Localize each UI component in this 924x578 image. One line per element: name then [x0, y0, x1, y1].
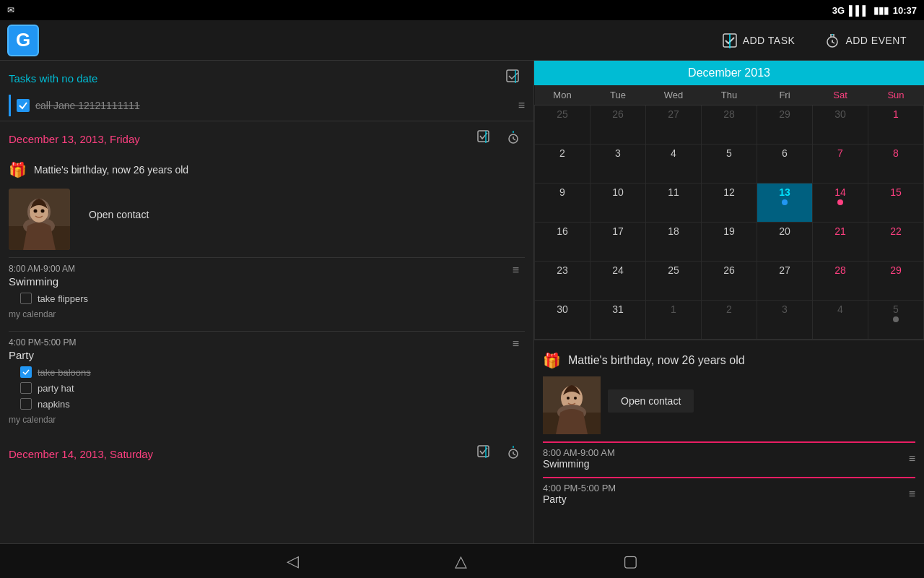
detail-event-menu-1[interactable]: ≡ — [909, 452, 915, 465]
party-calendar-label: my calendar — [9, 412, 525, 431]
cal-day-1-6[interactable]: 8 — [868, 144, 924, 184]
cal-day-5-2[interactable]: 1 — [646, 301, 702, 340]
add-task-day-button[interactable] — [473, 129, 496, 150]
task-item[interactable]: call Jane 12121111111 ≡ — [9, 95, 525, 116]
cal-day-1-3[interactable]: 5 — [702, 144, 757, 184]
task-checkbox-3[interactable] — [20, 398, 32, 410]
cal-day-0-1[interactable]: 26 — [590, 105, 646, 144]
add-event-day-button[interactable] — [502, 129, 525, 150]
open-contact-button[interactable]: Open contact — [77, 203, 160, 226]
cal-day-2-4[interactable]: 13 — [757, 184, 813, 223]
cal-day-0-4[interactable]: 29 — [757, 105, 813, 144]
app-logo[interactable]: G — [7, 25, 39, 56]
cal-day-1-0[interactable]: 2 — [535, 144, 590, 184]
status-bar: ✉ 3G ▌▌▌ ▮▮▮ 10:37 — [0, 0, 924, 20]
calendar-week-0: 2526272829301 — [535, 105, 924, 144]
svg-point-24 — [41, 210, 45, 213]
svg-rect-11 — [478, 131, 489, 142]
cal-day-4-1[interactable]: 24 — [590, 262, 646, 301]
cal-day-3-5[interactable]: 21 — [813, 223, 868, 262]
cal-day-4-4[interactable]: 27 — [757, 262, 813, 301]
open-contact-right-button[interactable]: Open contact — [608, 389, 694, 413]
top-bar: G ADD TASK ADD EVENT — [0, 20, 924, 61]
party-menu-icon[interactable]: ≡ — [513, 337, 519, 350]
cal-day-3-0[interactable]: 16 — [535, 223, 590, 262]
calendar-header: December 2013 — [534, 61, 924, 85]
task-checkbox-empty[interactable] — [20, 293, 32, 304]
cal-day-2-1[interactable]: 10 — [590, 184, 646, 223]
home-button[interactable]: △ — [449, 546, 473, 577]
task-checkbox-checked[interactable] — [17, 99, 30, 112]
left-panel: Tasks with no date call Jane 12121111111… — [0, 61, 534, 543]
back-button[interactable]: ◁ — [281, 546, 305, 577]
task-menu-icon[interactable]: ≡ — [518, 99, 525, 112]
cal-day-3-4[interactable]: 20 — [757, 223, 813, 262]
date-section-header: December 13, 2013, Friday — [9, 129, 525, 150]
svg-line-29 — [513, 454, 515, 455]
task-text-swimming: take flippers — [38, 293, 88, 304]
event-content: 8:00 AM-9:00 AM Swimming take flippers — [9, 264, 88, 306]
contact-card: Open contact — [9, 184, 525, 257]
calendar-body: 2526272829301234567891011121314151617181… — [535, 105, 924, 340]
cal-day-3-2[interactable]: 18 — [646, 223, 702, 262]
detail-event-party-content: 4:00 PM-5:00 PM Party — [543, 483, 909, 505]
task-checkbox-done[interactable] — [20, 366, 32, 378]
task-row-2: party hat — [9, 380, 91, 396]
tasks-add-button[interactable] — [502, 68, 525, 89]
add-event-button[interactable]: ADD EVENT — [814, 26, 917, 55]
cal-day-0-0[interactable]: 25 — [535, 105, 590, 144]
task-row-3: napkins — [9, 396, 91, 412]
add-task-button[interactable]: ADD TASK — [711, 26, 806, 55]
cal-day-4-2[interactable]: 25 — [646, 262, 702, 301]
detail-event-time-1: 8:00 AM-9:00 AM — [543, 447, 909, 458]
cal-header-tue: Tue — [590, 85, 646, 105]
recents-button[interactable]: ▢ — [617, 546, 644, 577]
cal-dot-2-5 — [837, 199, 843, 205]
cal-header-thu: Thu — [702, 85, 757, 105]
detail-event-swimming-content: 8:00 AM-9:00 AM Swimming — [543, 447, 909, 470]
cal-day-2-0[interactable]: 9 — [535, 184, 590, 223]
cal-day-3-1[interactable]: 17 — [590, 223, 646, 262]
cal-day-4-5[interactable]: 28 — [813, 262, 868, 301]
detail-event-menu-2[interactable]: ≡ — [909, 488, 915, 501]
calendar-week-4: 23242526272829 — [535, 262, 924, 301]
detail-birthday-text: Mattie's birthday, now 26 years old — [568, 354, 745, 367]
cal-day-5-0[interactable]: 30 — [535, 301, 590, 340]
event-content-party: 4:00 PM-5:00 PM Party take baloons party… — [9, 337, 91, 412]
cal-day-2-3[interactable]: 12 — [702, 184, 757, 223]
task-text-2: party hat — [38, 383, 74, 394]
cal-day-5-6[interactable]: 5 — [868, 301, 924, 340]
cal-day-1-1[interactable]: 3 — [590, 144, 646, 184]
cal-day-1-2[interactable]: 4 — [646, 144, 702, 184]
detail-event-swimming[interactable]: 8:00 AM-9:00 AM Swimming ≡ — [543, 441, 915, 474]
cal-day-5-3[interactable]: 2 — [702, 301, 757, 340]
cal-day-0-2[interactable]: 27 — [646, 105, 702, 144]
cal-header-fri: Fri — [757, 85, 813, 105]
cal-day-2-2[interactable]: 11 — [646, 184, 702, 223]
detail-event-party[interactable]: 4:00 PM-5:00 PM Party ≡ — [543, 477, 915, 509]
cal-day-2-5[interactable]: 14 — [813, 184, 868, 223]
cal-day-5-5[interactable]: 4 — [813, 301, 868, 340]
birthday-item: 🎁 Mattie's birthday, now 26 years old — [9, 155, 525, 184]
cal-day-5-1[interactable]: 31 — [590, 301, 646, 340]
svg-rect-9 — [507, 70, 518, 82]
cal-day-0-3[interactable]: 28 — [702, 105, 757, 144]
cal-day-4-3[interactable]: 26 — [702, 262, 757, 301]
add-event-dec14-button[interactable] — [502, 444, 525, 465]
add-task-dec14-button[interactable] — [473, 444, 496, 465]
cal-day-2-6[interactable]: 15 — [868, 184, 924, 223]
task-text-3: napkins — [38, 399, 70, 410]
cal-day-4-6[interactable]: 29 — [868, 262, 924, 301]
cal-day-0-5[interactable]: 30 — [813, 105, 868, 144]
gift-icon-right: 🎁 — [543, 352, 561, 369]
task-checkbox-2[interactable] — [20, 382, 32, 394]
cal-day-3-6[interactable]: 22 — [868, 223, 924, 262]
cal-day-1-5[interactable]: 7 — [813, 144, 868, 184]
event-menu-icon[interactable]: ≡ — [513, 264, 519, 277]
cal-day-3-3[interactable]: 19 — [702, 223, 757, 262]
event-item-party: 4:00 PM-5:00 PM Party take baloons party… — [9, 331, 525, 436]
cal-day-1-4[interactable]: 6 — [757, 144, 813, 184]
cal-day-4-0[interactable]: 23 — [535, 262, 590, 301]
cal-day-0-6[interactable]: 1 — [868, 105, 924, 144]
cal-day-5-4[interactable]: 3 — [757, 301, 813, 340]
